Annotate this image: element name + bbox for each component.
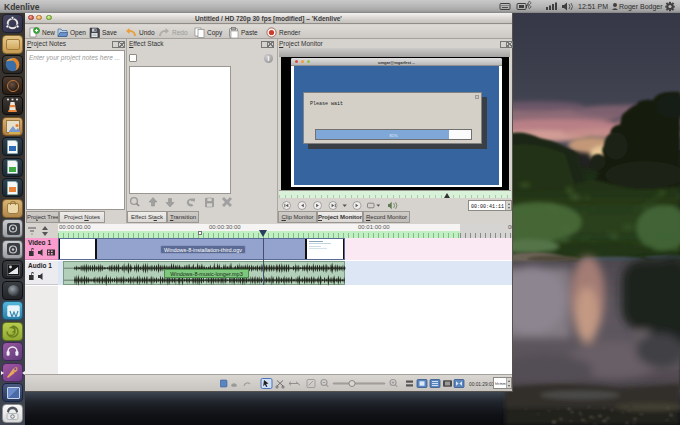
svg-text:12:51 PM: 12:51 PM — [578, 3, 608, 10]
svg-text:Roger Bodger: Roger Bodger — [619, 3, 663, 11]
svg-text:00:01:29:03: 00:01:29:03 — [469, 382, 495, 387]
